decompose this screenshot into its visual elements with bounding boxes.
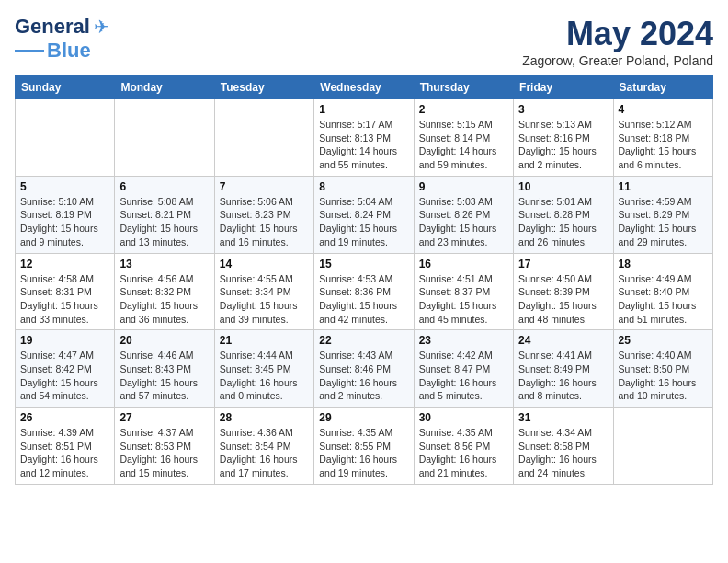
calendar-cell: 23Sunrise: 4:42 AM Sunset: 8:47 PM Dayli… [414,330,513,408]
calendar-cell: 27Sunrise: 4:37 AM Sunset: 8:53 PM Dayli… [115,408,214,485]
day-info: Sunrise: 4:39 AM Sunset: 8:51 PM Dayligh… [20,426,109,480]
calendar-header-row: SundayMondayTuesdayWednesdayThursdayFrid… [16,76,713,99]
calendar-week-3: 12Sunrise: 4:58 AM Sunset: 8:31 PM Dayli… [16,253,713,330]
day-info: Sunrise: 4:42 AM Sunset: 8:47 PM Dayligh… [419,349,508,403]
weekday-header-tuesday: Tuesday [214,76,313,99]
calendar-cell: 28Sunrise: 4:36 AM Sunset: 8:54 PM Dayli… [214,408,313,485]
calendar-cell: 3Sunrise: 5:13 AM Sunset: 8:16 PM Daylig… [514,99,613,177]
day-number: 8 [319,180,408,193]
calendar-cell: 22Sunrise: 4:43 AM Sunset: 8:46 PM Dayli… [314,330,414,408]
day-info: Sunrise: 4:37 AM Sunset: 8:53 PM Dayligh… [119,426,209,480]
calendar-cell: 24Sunrise: 4:41 AM Sunset: 8:49 PM Dayli… [514,330,613,408]
calendar-cell: 30Sunrise: 4:35 AM Sunset: 8:56 PM Dayli… [414,408,513,485]
day-info: Sunrise: 5:12 AM Sunset: 8:18 PM Dayligh… [619,118,708,172]
day-info: Sunrise: 4:58 AM Sunset: 8:31 PM Dayligh… [20,272,109,327]
calendar-cell: 19Sunrise: 4:47 AM Sunset: 8:42 PM Dayli… [16,330,115,408]
day-info: Sunrise: 4:49 AM Sunset: 8:40 PM Dayligh… [619,272,708,327]
calendar-cell: 21Sunrise: 4:44 AM Sunset: 8:45 PM Dayli… [214,330,313,408]
day-number: 1 [319,103,408,116]
weekday-header-monday: Monday [115,76,214,99]
logo-line [15,50,44,52]
calendar-cell: 26Sunrise: 4:39 AM Sunset: 8:51 PM Dayli… [16,408,115,485]
day-number: 14 [220,258,309,270]
day-info: Sunrise: 5:03 AM Sunset: 8:26 PM Dayligh… [419,195,508,249]
title-area: May 2024 Zagorow, Greater Poland, Poland [522,15,713,68]
calendar-cell: 13Sunrise: 4:56 AM Sunset: 8:32 PM Dayli… [115,253,214,330]
day-info: Sunrise: 4:50 AM Sunset: 8:39 PM Dayligh… [518,272,608,327]
day-info: Sunrise: 4:34 AM Sunset: 8:58 PM Dayligh… [518,426,608,480]
calendar-week-1: 1Sunrise: 5:17 AM Sunset: 8:13 PM Daylig… [16,99,713,177]
day-info: Sunrise: 4:47 AM Sunset: 8:42 PM Dayligh… [20,349,109,403]
day-number: 3 [518,103,608,116]
day-number: 9 [419,180,508,193]
day-info: Sunrise: 5:01 AM Sunset: 8:28 PM Dayligh… [518,195,608,249]
day-number: 11 [619,180,708,193]
day-number: 5 [20,180,109,193]
calendar-cell: 14Sunrise: 4:55 AM Sunset: 8:34 PM Dayli… [214,253,313,330]
day-info: Sunrise: 4:35 AM Sunset: 8:56 PM Dayligh… [419,426,508,480]
day-info: Sunrise: 4:41 AM Sunset: 8:49 PM Dayligh… [518,349,608,403]
day-number: 30 [419,411,508,424]
day-number: 22 [319,334,408,347]
day-number: 18 [619,258,708,270]
day-number: 27 [119,411,209,424]
day-number: 28 [220,411,309,424]
weekday-header-wednesday: Wednesday [314,76,414,99]
calendar-cell: 7Sunrise: 5:06 AM Sunset: 8:23 PM Daylig… [214,176,313,253]
calendar-cell: 16Sunrise: 4:51 AM Sunset: 8:37 PM Dayli… [414,253,513,330]
logo: General ✈ Blue [15,15,109,63]
day-number: 31 [518,411,608,424]
calendar-cell: 4Sunrise: 5:12 AM Sunset: 8:18 PM Daylig… [613,99,712,177]
calendar-cell: 5Sunrise: 5:10 AM Sunset: 8:19 PM Daylig… [16,176,115,253]
calendar-cell: 18Sunrise: 4:49 AM Sunset: 8:40 PM Dayli… [613,253,712,330]
day-number: 4 [619,103,708,116]
day-number: 21 [220,334,309,347]
day-info: Sunrise: 4:36 AM Sunset: 8:54 PM Dayligh… [220,426,309,480]
day-number: 26 [20,411,109,424]
page-header: General ✈ Blue May 2024 Zagorow, Greater… [15,15,713,68]
day-info: Sunrise: 4:43 AM Sunset: 8:46 PM Dayligh… [319,349,408,403]
day-info: Sunrise: 4:51 AM Sunset: 8:37 PM Dayligh… [419,272,508,327]
calendar-body: 1Sunrise: 5:17 AM Sunset: 8:13 PM Daylig… [16,99,713,485]
day-info: Sunrise: 4:55 AM Sunset: 8:34 PM Dayligh… [220,272,309,327]
calendar-cell: 2Sunrise: 5:15 AM Sunset: 8:14 PM Daylig… [414,99,513,177]
day-info: Sunrise: 4:40 AM Sunset: 8:50 PM Dayligh… [619,349,708,403]
day-info: Sunrise: 5:06 AM Sunset: 8:23 PM Dayligh… [220,195,309,249]
calendar-cell: 15Sunrise: 4:53 AM Sunset: 8:36 PM Dayli… [314,253,414,330]
calendar-week-5: 26Sunrise: 4:39 AM Sunset: 8:51 PM Dayli… [16,408,713,485]
day-info: Sunrise: 5:13 AM Sunset: 8:16 PM Dayligh… [518,118,608,172]
day-info: Sunrise: 4:53 AM Sunset: 8:36 PM Dayligh… [319,272,408,327]
day-number: 29 [319,411,408,424]
day-number: 17 [518,258,608,270]
calendar-table: SundayMondayTuesdayWednesdayThursdayFrid… [15,75,713,485]
calendar-cell: 11Sunrise: 4:59 AM Sunset: 8:29 PM Dayli… [613,176,712,253]
day-info: Sunrise: 4:44 AM Sunset: 8:45 PM Dayligh… [220,349,309,403]
calendar-cell: 1Sunrise: 5:17 AM Sunset: 8:13 PM Daylig… [314,99,414,177]
day-info: Sunrise: 5:15 AM Sunset: 8:14 PM Dayligh… [419,118,508,172]
calendar-cell: 31Sunrise: 4:34 AM Sunset: 8:58 PM Dayli… [514,408,613,485]
day-number: 16 [419,258,508,270]
calendar-cell: 17Sunrise: 4:50 AM Sunset: 8:39 PM Dayli… [514,253,613,330]
calendar-week-2: 5Sunrise: 5:10 AM Sunset: 8:19 PM Daylig… [16,176,713,253]
calendar-cell: 8Sunrise: 5:04 AM Sunset: 8:24 PM Daylig… [314,176,414,253]
day-number: 24 [518,334,608,347]
location-text: Zagorow, Greater Poland, Poland [522,53,713,68]
day-number: 23 [419,334,508,347]
calendar-cell: 25Sunrise: 4:40 AM Sunset: 8:50 PM Dayli… [613,330,712,408]
month-title: May 2024 [522,15,713,53]
day-number: 6 [119,180,209,193]
logo-general-text: General [15,15,90,39]
weekday-header-thursday: Thursday [414,76,513,99]
weekday-header-sunday: Sunday [16,76,115,99]
calendar-cell [214,99,313,177]
calendar-cell: 10Sunrise: 5:01 AM Sunset: 8:28 PM Dayli… [514,176,613,253]
day-number: 10 [518,180,608,193]
calendar-week-4: 19Sunrise: 4:47 AM Sunset: 8:42 PM Dayli… [16,330,713,408]
day-info: Sunrise: 5:17 AM Sunset: 8:13 PM Dayligh… [319,118,408,172]
calendar-cell: 12Sunrise: 4:58 AM Sunset: 8:31 PM Dayli… [16,253,115,330]
day-number: 2 [419,103,508,116]
calendar-cell: 6Sunrise: 5:08 AM Sunset: 8:21 PM Daylig… [115,176,214,253]
day-number: 25 [619,334,708,347]
day-number: 20 [119,334,209,347]
day-info: Sunrise: 4:59 AM Sunset: 8:29 PM Dayligh… [619,195,708,249]
